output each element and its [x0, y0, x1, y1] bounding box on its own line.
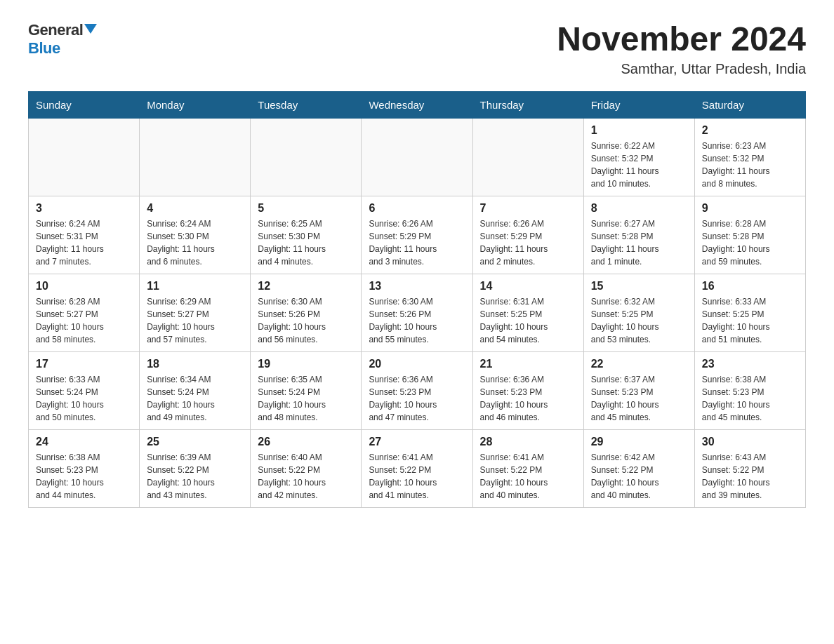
calendar-cell: 24Sunrise: 6:38 AM Sunset: 5:23 PM Dayli… — [29, 429, 140, 507]
calendar-cell — [472, 118, 583, 196]
weekday-header-saturday: Saturday — [694, 91, 805, 118]
weekday-header-row: SundayMondayTuesdayWednesdayThursdayFrid… — [29, 91, 806, 118]
day-info: Sunrise: 6:36 AM Sunset: 5:23 PM Dayligh… — [480, 373, 576, 424]
day-number: 10 — [36, 280, 132, 293]
calendar-cell: 12Sunrise: 6:30 AM Sunset: 5:26 PM Dayli… — [251, 274, 362, 351]
day-info: Sunrise: 6:24 AM Sunset: 5:30 PM Dayligh… — [147, 217, 243, 268]
day-info: Sunrise: 6:30 AM Sunset: 5:26 PM Dayligh… — [369, 295, 465, 346]
calendar-cell: 21Sunrise: 6:36 AM Sunset: 5:23 PM Dayli… — [472, 351, 583, 429]
weekday-header-wednesday: Wednesday — [362, 91, 472, 118]
day-number: 25 — [147, 436, 243, 448]
calendar-cell: 1Sunrise: 6:22 AM Sunset: 5:32 PM Daylig… — [583, 118, 694, 196]
location-subtitle: Samthar, Uttar Pradesh, India — [557, 61, 806, 77]
day-number: 16 — [702, 280, 798, 293]
calendar-cell: 7Sunrise: 6:26 AM Sunset: 5:29 PM Daylig… — [472, 196, 583, 274]
calendar-cell — [362, 118, 472, 196]
weekday-header-sunday: Sunday — [29, 91, 140, 118]
day-number: 27 — [369, 436, 465, 448]
day-info: Sunrise: 6:38 AM Sunset: 5:23 PM Dayligh… — [702, 373, 798, 424]
day-info: Sunrise: 6:39 AM Sunset: 5:22 PM Dayligh… — [147, 451, 243, 502]
calendar-cell: 23Sunrise: 6:38 AM Sunset: 5:23 PM Dayli… — [694, 351, 805, 429]
day-info: Sunrise: 6:30 AM Sunset: 5:26 PM Dayligh… — [258, 295, 354, 346]
weekday-header-thursday: Thursday — [472, 91, 583, 118]
day-number: 7 — [480, 202, 576, 215]
day-info: Sunrise: 6:23 AM Sunset: 5:32 PM Dayligh… — [702, 140, 798, 190]
day-number: 1 — [591, 124, 687, 137]
day-number: 9 — [702, 202, 798, 215]
logo: General Blue — [28, 21, 97, 58]
calendar-cell: 5Sunrise: 6:25 AM Sunset: 5:30 PM Daylig… — [251, 196, 362, 274]
calendar-cell: 18Sunrise: 6:34 AM Sunset: 5:24 PM Dayli… — [140, 351, 251, 429]
day-number: 26 — [258, 436, 354, 448]
title-section: November 2024 Samthar, Uttar Pradesh, In… — [557, 21, 806, 77]
calendar-cell: 13Sunrise: 6:30 AM Sunset: 5:26 PM Dayli… — [362, 274, 472, 351]
calendar-cell: 22Sunrise: 6:37 AM Sunset: 5:23 PM Dayli… — [583, 351, 694, 429]
calendar-cell: 29Sunrise: 6:42 AM Sunset: 5:22 PM Dayli… — [583, 429, 694, 507]
day-info: Sunrise: 6:33 AM Sunset: 5:24 PM Dayligh… — [36, 373, 132, 424]
calendar-cell: 27Sunrise: 6:41 AM Sunset: 5:22 PM Dayli… — [362, 429, 472, 507]
day-number: 2 — [702, 124, 798, 137]
day-number: 30 — [702, 436, 798, 448]
day-number: 19 — [258, 358, 354, 370]
calendar-week-row: 3Sunrise: 6:24 AM Sunset: 5:31 PM Daylig… — [29, 196, 806, 274]
day-info: Sunrise: 6:32 AM Sunset: 5:25 PM Dayligh… — [591, 295, 687, 346]
day-number: 18 — [147, 358, 243, 370]
calendar-table: SundayMondayTuesdayWednesdayThursdayFrid… — [28, 91, 806, 508]
month-year-title: November 2024 — [557, 21, 806, 58]
day-info: Sunrise: 6:42 AM Sunset: 5:22 PM Dayligh… — [591, 451, 687, 502]
day-info: Sunrise: 6:29 AM Sunset: 5:27 PM Dayligh… — [147, 295, 243, 346]
calendar-cell: 17Sunrise: 6:33 AM Sunset: 5:24 PM Dayli… — [29, 351, 140, 429]
day-number: 15 — [591, 280, 687, 293]
calendar-cell: 16Sunrise: 6:33 AM Sunset: 5:25 PM Dayli… — [694, 274, 805, 351]
day-info: Sunrise: 6:26 AM Sunset: 5:29 PM Dayligh… — [369, 217, 465, 268]
calendar-week-row: 1Sunrise: 6:22 AM Sunset: 5:32 PM Daylig… — [29, 118, 806, 196]
page-header: General Blue November 2024 Samthar, Utta… — [28, 21, 806, 77]
calendar-cell: 11Sunrise: 6:29 AM Sunset: 5:27 PM Dayli… — [140, 274, 251, 351]
day-number: 29 — [591, 436, 687, 448]
day-number: 24 — [36, 436, 132, 448]
weekday-header-tuesday: Tuesday — [251, 91, 362, 118]
day-number: 14 — [480, 280, 576, 293]
calendar-cell: 6Sunrise: 6:26 AM Sunset: 5:29 PM Daylig… — [362, 196, 472, 274]
calendar-cell: 26Sunrise: 6:40 AM Sunset: 5:22 PM Dayli… — [251, 429, 362, 507]
day-number: 8 — [591, 202, 687, 215]
calendar-week-row: 10Sunrise: 6:28 AM Sunset: 5:27 PM Dayli… — [29, 274, 806, 351]
calendar-cell — [29, 118, 140, 196]
day-number: 20 — [369, 358, 465, 370]
calendar-cell: 9Sunrise: 6:28 AM Sunset: 5:28 PM Daylig… — [694, 196, 805, 274]
day-info: Sunrise: 6:24 AM Sunset: 5:31 PM Dayligh… — [36, 217, 132, 268]
calendar-cell: 2Sunrise: 6:23 AM Sunset: 5:32 PM Daylig… — [694, 118, 805, 196]
day-number: 5 — [258, 202, 354, 215]
day-info: Sunrise: 6:28 AM Sunset: 5:27 PM Dayligh… — [36, 295, 132, 346]
weekday-header-monday: Monday — [140, 91, 251, 118]
calendar-cell: 19Sunrise: 6:35 AM Sunset: 5:24 PM Dayli… — [251, 351, 362, 429]
weekday-header-friday: Friday — [583, 91, 694, 118]
calendar-cell: 8Sunrise: 6:27 AM Sunset: 5:28 PM Daylig… — [583, 196, 694, 274]
day-info: Sunrise: 6:38 AM Sunset: 5:23 PM Dayligh… — [36, 451, 132, 502]
day-number: 12 — [258, 280, 354, 293]
day-info: Sunrise: 6:41 AM Sunset: 5:22 PM Dayligh… — [480, 451, 576, 502]
day-number: 23 — [702, 358, 798, 370]
logo-triangle-icon — [84, 24, 97, 34]
calendar-cell — [251, 118, 362, 196]
calendar-cell: 28Sunrise: 6:41 AM Sunset: 5:22 PM Dayli… — [472, 429, 583, 507]
calendar-cell: 15Sunrise: 6:32 AM Sunset: 5:25 PM Dayli… — [583, 274, 694, 351]
day-info: Sunrise: 6:26 AM Sunset: 5:29 PM Dayligh… — [480, 217, 576, 268]
day-info: Sunrise: 6:37 AM Sunset: 5:23 PM Dayligh… — [591, 373, 687, 424]
day-number: 11 — [147, 280, 243, 293]
day-info: Sunrise: 6:40 AM Sunset: 5:22 PM Dayligh… — [258, 451, 354, 502]
logo-general-text: General — [28, 21, 83, 39]
calendar-week-row: 24Sunrise: 6:38 AM Sunset: 5:23 PM Dayli… — [29, 429, 806, 507]
day-number: 4 — [147, 202, 243, 215]
day-info: Sunrise: 6:25 AM Sunset: 5:30 PM Dayligh… — [258, 217, 354, 268]
day-info: Sunrise: 6:22 AM Sunset: 5:32 PM Dayligh… — [591, 140, 687, 190]
calendar-cell: 14Sunrise: 6:31 AM Sunset: 5:25 PM Dayli… — [472, 274, 583, 351]
day-info: Sunrise: 6:31 AM Sunset: 5:25 PM Dayligh… — [480, 295, 576, 346]
calendar-cell: 20Sunrise: 6:36 AM Sunset: 5:23 PM Dayli… — [362, 351, 472, 429]
day-info: Sunrise: 6:35 AM Sunset: 5:24 PM Dayligh… — [258, 373, 354, 424]
day-number: 17 — [36, 358, 132, 370]
day-number: 21 — [480, 358, 576, 370]
calendar-cell: 25Sunrise: 6:39 AM Sunset: 5:22 PM Dayli… — [140, 429, 251, 507]
day-info: Sunrise: 6:28 AM Sunset: 5:28 PM Dayligh… — [702, 217, 798, 268]
calendar-cell: 4Sunrise: 6:24 AM Sunset: 5:30 PM Daylig… — [140, 196, 251, 274]
